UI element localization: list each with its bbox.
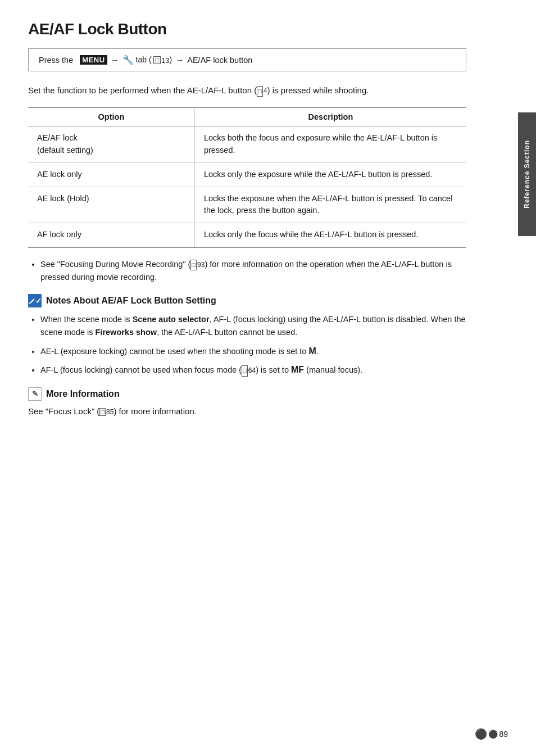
table-cell-description: Locks both the focus and exposure while … [194, 126, 466, 163]
page-number: ⚫ ⚫ 89 [475, 729, 508, 739]
options-table: Option Description AE/AF lock(default se… [28, 107, 466, 248]
table-row: AE lock (Hold)Locks the exposure when th… [28, 187, 466, 223]
more-info-title: More Information [46, 389, 120, 399]
table-cell-option: AE lock (Hold) [28, 187, 194, 223]
menu-path-prefix: Press the [39, 56, 73, 65]
table-cell-description: Locks the exposure when the AE-L/AF-L bu… [194, 187, 466, 223]
menu-tab-ref: tab ( □13 ) [136, 55, 172, 65]
note-item-3: AF-L (focus locking) cannot be used when… [40, 363, 466, 377]
notes-title: Notes About AE/AF Lock Button Setting [46, 296, 216, 306]
table-cell-description: Locks only the exposure while the AE-L/A… [194, 162, 466, 187]
note-item-1: When the scene mode is Scene auto select… [40, 313, 466, 339]
sidebar-label: Reference Section [523, 140, 531, 209]
menu-path-box: Press the MENU → 🔧 tab ( □13 ) → AE/AF l… [28, 48, 466, 71]
menu-final: AE/AF lock button [187, 56, 252, 65]
note-header: ✓ Notes About AE/AF Lock Button Setting [28, 294, 466, 307]
intro-text: Set the function to be performed when th… [28, 84, 466, 97]
movie-recording-note: See "Focusing During Movie Recording" (□… [40, 258, 466, 284]
table-row: AF lock onlyLocks only the focus while t… [28, 223, 466, 247]
table-row: AE/AF lock(default setting)Locks both th… [28, 126, 466, 163]
reference-sidebar: Reference Section [518, 112, 536, 236]
col-description: Description [194, 107, 466, 126]
note-icon: ✓ [28, 294, 42, 307]
notes-bullet-list: When the scene mode is Scene auto select… [40, 313, 466, 377]
table-cell-option: AE lock only [28, 162, 194, 187]
pencil-icon: ✎ [28, 387, 42, 401]
bullet-list: See "Focusing During Movie Recording" (□… [40, 258, 466, 284]
note-item-2: AE-L (exposure locking) cannot be used w… [40, 344, 466, 359]
menu-button-label: MENU [80, 55, 107, 65]
more-info-section: ✎ More Information See "Focus Lock" (□85… [28, 387, 466, 416]
col-option: Option [28, 107, 194, 126]
more-info-text: See "Focus Lock" (□85) for more informat… [28, 406, 466, 416]
arrow-2: → [175, 55, 184, 65]
table-row: AE lock onlyLocks only the exposure whil… [28, 162, 466, 187]
arrow-1: → [111, 55, 119, 65]
wrench-icon: 🔧 [122, 55, 134, 65]
table-cell-option: AF lock only [28, 223, 194, 247]
more-info-header: ✎ More Information [28, 387, 466, 401]
page-title: AE/AF Lock Button [28, 20, 466, 38]
table-cell-description: Locks only the focus while the AE-L/AF-L… [194, 223, 466, 247]
svg-rect-0 [29, 303, 31, 304]
table-cell-option: AE/AF lock(default setting) [28, 126, 194, 163]
notes-section: ✓ Notes About AE/AF Lock Button Setting … [28, 294, 466, 377]
